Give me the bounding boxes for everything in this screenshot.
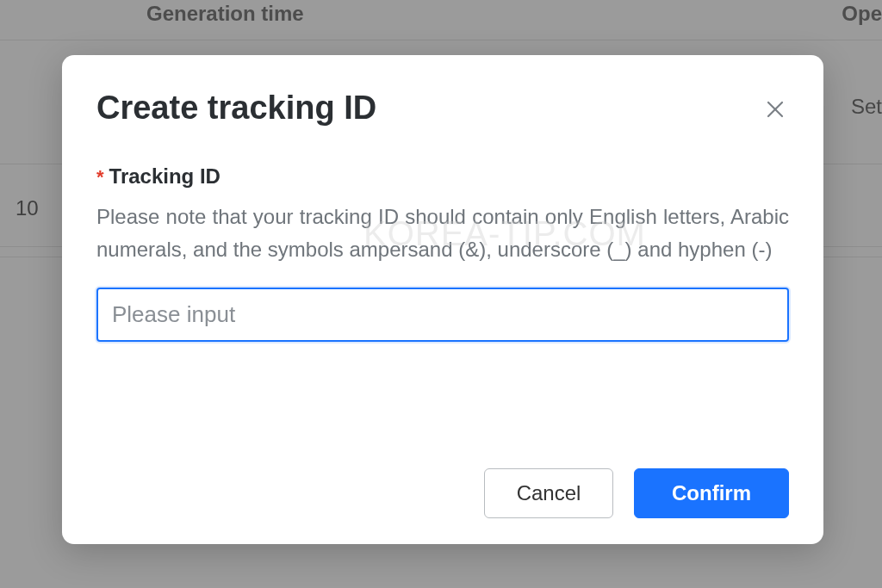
- required-asterisk: *: [96, 166, 104, 189]
- close-icon: [765, 99, 786, 122]
- tracking-id-label: Tracking ID: [109, 164, 220, 189]
- create-tracking-id-modal: Create tracking ID * Tracking ID KOREA-T…: [62, 55, 823, 544]
- cancel-button[interactable]: Cancel: [484, 468, 613, 518]
- close-button[interactable]: [761, 96, 789, 124]
- confirm-button[interactable]: Confirm: [634, 468, 789, 518]
- modal-title: Create tracking ID: [96, 90, 376, 127]
- tracking-id-input-wrap: [96, 288, 789, 342]
- modal-header: Create tracking ID: [96, 90, 789, 127]
- tracking-id-input[interactable]: [98, 289, 787, 340]
- modal-footer: Cancel Confirm: [96, 434, 789, 518]
- field-label-row: * Tracking ID: [96, 164, 789, 189]
- tracking-id-hint: Please note that your tracking ID should…: [96, 201, 789, 267]
